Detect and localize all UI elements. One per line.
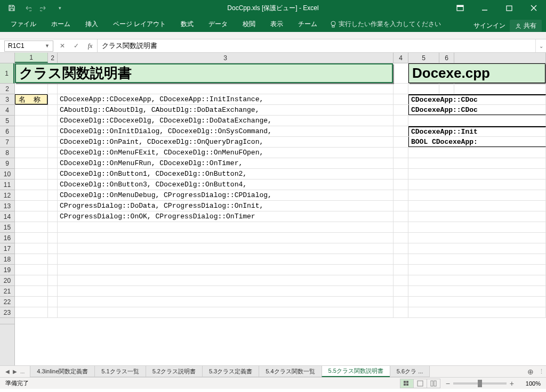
cell[interactable]: [15, 243, 48, 254]
cell[interactable]: [394, 275, 408, 285]
insert-function-button[interactable]: fx: [83, 39, 97, 52]
label-name-cell[interactable]: 名 称: [15, 94, 48, 104]
cell[interactable]: [394, 94, 408, 104]
right-title-cell[interactable]: Docexe.cpp: [408, 63, 546, 83]
function-list-cell[interactable]: [58, 265, 394, 275]
cell[interactable]: [48, 84, 58, 94]
formula-input[interactable]: クラス関数説明書: [98, 41, 535, 51]
column-header[interactable]: 3: [58, 53, 394, 63]
cell[interactable]: [15, 84, 48, 94]
right-content-cell[interactable]: [408, 179, 546, 190]
row-header[interactable]: 10: [0, 169, 14, 179]
cell[interactable]: [15, 190, 48, 200]
sheet-tab[interactable]: 4.3inline関数定義書: [30, 366, 95, 377]
cell[interactable]: [394, 137, 408, 147]
cell[interactable]: [15, 201, 48, 211]
right-content-cell[interactable]: [408, 265, 546, 275]
tab-team[interactable]: チーム: [291, 17, 325, 32]
row-header[interactable]: 9: [0, 158, 14, 169]
cell[interactable]: [394, 105, 408, 115]
cell[interactable]: [48, 254, 58, 264]
sign-in-link[interactable]: サインイン: [473, 21, 505, 30]
cell[interactable]: [48, 201, 58, 211]
minimize-button[interactable]: [472, 0, 497, 16]
right-content-cell[interactable]: CDocexeApp::Init: [408, 126, 546, 136]
cell[interactable]: [394, 84, 408, 94]
ribbon-display-button[interactable]: [448, 0, 472, 16]
function-list-cell[interactable]: CDocexeDlg::OnButton3, CDocexeDlg::OnBut…: [58, 179, 394, 190]
cell[interactable]: [48, 116, 58, 126]
tell-me-search[interactable]: 実行したい作業を入力してください: [325, 17, 446, 32]
row-header[interactable]: 1: [0, 63, 14, 84]
zoom-in-button[interactable]: +: [510, 379, 514, 388]
cell[interactable]: [48, 179, 58, 190]
zoom-out-button[interactable]: −: [446, 379, 450, 388]
cell[interactable]: [394, 148, 408, 158]
cell[interactable]: [48, 211, 58, 222]
tab-data[interactable]: データ: [201, 17, 235, 32]
cell[interactable]: [394, 222, 408, 232]
tab-file[interactable]: ファイル: [3, 17, 44, 32]
document-title[interactable]: クラス関数説明書: [15, 63, 393, 83]
cell[interactable]: [394, 243, 408, 254]
row-header[interactable]: 11: [0, 179, 14, 190]
cell[interactable]: [15, 297, 48, 307]
select-all-corner[interactable]: [0, 53, 15, 63]
cell[interactable]: [394, 307, 408, 317]
right-content-cell[interactable]: [408, 158, 546, 168]
sheet-tab[interactable]: 5.4クラス関数一覧: [259, 366, 322, 377]
right-content-cell[interactable]: [408, 307, 546, 317]
right-content-cell[interactable]: [408, 275, 546, 285]
cancel-formula-button[interactable]: ✕: [55, 39, 69, 52]
cell[interactable]: [394, 126, 408, 136]
cell[interactable]: [15, 179, 48, 190]
add-sheet-button[interactable]: ⊕: [525, 368, 536, 376]
cell[interactable]: [48, 307, 58, 317]
right-content-cell[interactable]: [408, 243, 546, 254]
right-content-cell[interactable]: [408, 190, 546, 200]
row-header[interactable]: 6: [0, 126, 14, 137]
tab-home[interactable]: ホーム: [44, 17, 78, 32]
row-header[interactable]: 15: [0, 222, 14, 233]
cell[interactable]: [394, 201, 408, 211]
zoom-slider[interactable]: [453, 382, 507, 385]
normal-view-button[interactable]: [400, 379, 414, 388]
right-content-cell[interactable]: [408, 286, 546, 296]
cell[interactable]: [15, 265, 48, 275]
right-content-cell[interactable]: [408, 222, 546, 232]
right-content-cell[interactable]: [408, 254, 546, 264]
sheet-tab[interactable]: 5.3クラス定義書: [202, 366, 259, 377]
cell[interactable]: [48, 105, 58, 115]
grid[interactable]: クラス関数説明書Docexe.cpp名 称CDocexeApp::CDocexe…: [15, 63, 546, 365]
sheet-tab[interactable]: 5.6クラ ...: [390, 366, 430, 377]
cell[interactable]: [48, 233, 58, 243]
function-list-cell[interactable]: [58, 254, 394, 264]
cell[interactable]: [394, 179, 408, 190]
column-header[interactable]: [454, 53, 546, 63]
cell[interactable]: [48, 94, 58, 104]
cell[interactable]: [394, 233, 408, 243]
row-header[interactable]: 19: [0, 265, 14, 275]
row-header[interactable]: [0, 318, 14, 324]
cell[interactable]: [15, 148, 48, 158]
cell[interactable]: [15, 286, 48, 296]
redo-button[interactable]: [36, 2, 51, 14]
save-button[interactable]: [4, 2, 19, 14]
function-list-cell[interactable]: CDocexeDlg::OnMenuFRun, CDocexeDlg::OnTi…: [58, 158, 394, 168]
cell[interactable]: [408, 84, 439, 94]
cell[interactable]: [48, 190, 58, 200]
row-header[interactable]: 20: [0, 275, 14, 286]
right-content-cell[interactable]: [408, 201, 546, 211]
sheet-nav-next[interactable]: ▶: [12, 369, 18, 374]
close-button[interactable]: [521, 0, 546, 16]
cell[interactable]: [48, 137, 58, 147]
function-list-cell[interactable]: CProgressDialog::OnOK, CProgressDialog::…: [58, 211, 394, 222]
cell[interactable]: [15, 307, 48, 317]
sheet-tabs-menu[interactable]: ⋮: [536, 368, 546, 375]
row-header[interactable]: 13: [0, 201, 14, 211]
share-button[interactable]: 共有: [510, 20, 542, 32]
function-list-cell[interactable]: [58, 243, 394, 254]
row-header[interactable]: 22: [0, 297, 14, 307]
right-content-cell[interactable]: CDocexeApp::CDoc: [408, 105, 546, 115]
cell[interactable]: [15, 116, 48, 126]
